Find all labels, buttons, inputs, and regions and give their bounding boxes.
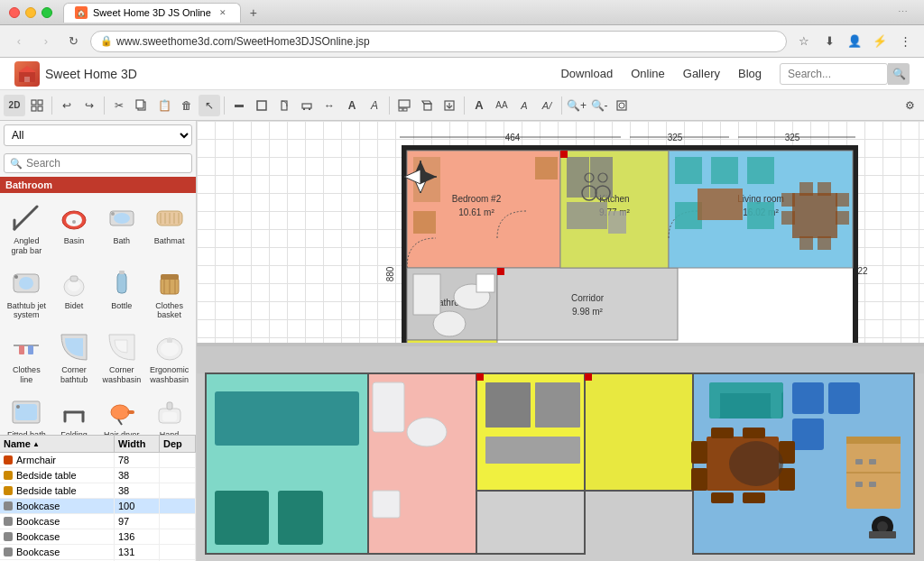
furniture-item[interactable]: Bathtub jet system (4, 262, 50, 325)
td-depth (160, 468, 196, 483)
font-size-small[interactable]: A (513, 95, 535, 116)
svg-rect-152 (691, 468, 707, 491)
toolbar-group-2: ↩ ↪ (56, 95, 100, 116)
table-row[interactable]: Bedside table 38 (0, 483, 196, 499)
minimize-button[interactable] (25, 7, 36, 18)
furniture-item[interactable]: Bidet (51, 262, 97, 325)
delete-button[interactable]: 🗑 (176, 95, 198, 116)
table-row[interactable]: Bedside table 38 (0, 468, 196, 483)
furniture-item[interactable]: Ergonomic washbasin (146, 326, 192, 389)
tab-title: Sweet Home 3D JS Online (93, 7, 211, 18)
fit-view[interactable] (611, 95, 633, 116)
paste-button[interactable]: 📋 (153, 95, 175, 116)
extensions-icon[interactable]: ⚡ (870, 32, 890, 51)
nav-link-download[interactable]: Download (560, 67, 613, 80)
tab-close-button[interactable]: ✕ (217, 6, 229, 19)
refresh-button[interactable]: ↻ (63, 32, 83, 51)
furniture-item[interactable]: Bath (99, 197, 145, 260)
cut-button[interactable]: ✂ (108, 95, 130, 116)
browser-tab[interactable]: 🏠 Sweet Home 3D JS Online ✕ (63, 3, 241, 23)
svg-point-166 (729, 441, 783, 486)
furniture-item[interactable]: Clothes line (4, 326, 50, 389)
category-select[interactable]: All Bathroom Bedroom Living room Kitchen (4, 124, 192, 146)
back-button[interactable]: ‹ (9, 32, 29, 51)
table-row[interactable]: Armchair 78 (0, 453, 196, 468)
download-icon[interactable]: ⬇ (819, 32, 839, 51)
maximize-button[interactable] (42, 7, 52, 18)
th-width-label: Width (118, 438, 145, 449)
profile-icon[interactable]: 👤 (845, 32, 864, 51)
svg-text:22: 22 (857, 266, 868, 276)
zoom-in[interactable]: 🔍+ (566, 95, 587, 116)
font-italic[interactable]: A/ (536, 95, 558, 116)
th-depth[interactable]: Dep (160, 436, 196, 452)
address-field[interactable]: 🔒 www.sweethome3d.com/SweetHome3DJSOnlin… (90, 31, 787, 52)
svg-point-31 (114, 213, 130, 224)
th-name[interactable]: Name ▲ (0, 436, 115, 452)
th-width[interactable]: Width (115, 436, 160, 452)
door-tool[interactable] (273, 95, 295, 116)
zoom-out[interactable]: 🔍- (588, 95, 610, 116)
bookmark-icon[interactable]: ☆ (794, 32, 814, 51)
nav-link-online[interactable]: Online (631, 67, 665, 80)
font-size-aa[interactable]: AA (491, 95, 513, 116)
nav-link-blog[interactable]: Blog (738, 67, 762, 80)
pointer-button[interactable]: ↖ (199, 95, 220, 116)
furniture-item[interactable]: Basin (51, 197, 97, 260)
furniture-item[interactable]: Bathmat (146, 197, 192, 260)
floorplan-2d[interactable]: 464 325 325 880 22 387 Bedroom #2 10.61 … (197, 121, 924, 346)
3d-view[interactable] (416, 95, 438, 116)
table-row[interactable]: Bookcase 136 (0, 529, 196, 545)
table-row[interactable]: Bookcase 131 (0, 545, 196, 560)
svg-rect-133 (497, 268, 504, 275)
plan-view[interactable] (393, 95, 415, 116)
table-row[interactable]: Bookcase 100 (0, 499, 196, 514)
furniture-item[interactable]: Corner washbasin (99, 326, 145, 389)
svg-rect-170 (373, 382, 404, 432)
svg-text:464: 464 (505, 133, 521, 143)
furniture-item[interactable]: Hair dryer (99, 391, 145, 435)
search-input-nav[interactable] (780, 63, 888, 85)
undo-button[interactable]: ↩ (56, 95, 78, 116)
search-input-sidebar[interactable] (26, 157, 186, 170)
forward-button[interactable]: › (36, 32, 56, 51)
security-icon: 🔒 (100, 35, 113, 47)
table-row[interactable]: Bookcase 97 (0, 514, 196, 529)
svg-rect-5 (32, 106, 36, 111)
wall-tool[interactable] (228, 95, 250, 116)
furniture-item[interactable]: Folding grab bar (51, 391, 97, 435)
new-tab-button[interactable]: + (245, 4, 263, 22)
svg-rect-157 (711, 492, 734, 503)
furniture-icon (152, 265, 188, 301)
label-tool[interactable]: A (364, 95, 385, 116)
furniture-item[interactable]: Corner bathtub (51, 326, 97, 389)
import-plan[interactable] (439, 95, 460, 116)
settings-button[interactable]: ⚙ (899, 95, 920, 116)
copy-button[interactable] (131, 95, 152, 116)
search-icon-sidebar: 🔍 (10, 158, 23, 170)
room-tool[interactable] (251, 95, 273, 116)
furniture-item[interactable]: Fitted bath (4, 391, 50, 435)
furniture-item[interactable]: Clothes basket (146, 262, 192, 325)
svg-rect-68 (162, 412, 177, 421)
furniture-item[interactable]: Bottle (99, 262, 145, 325)
dimension-tool[interactable]: ↔ (319, 95, 340, 116)
svg-rect-116 (781, 193, 795, 207)
text-tool[interactable]: A (341, 95, 363, 116)
font-size-large[interactable]: A (468, 95, 490, 116)
furniture-tool[interactable] (296, 95, 318, 116)
nav-link-gallery[interactable]: Gallery (683, 67, 720, 80)
close-button[interactable] (9, 7, 20, 18)
addressbar-right: ☆ ⬇ 👤 ⚡ ⋮ (794, 32, 915, 51)
menu-icon[interactable]: ⋮ (895, 32, 915, 51)
svg-point-124 (433, 311, 466, 336)
toolbar-2d-btn[interactable]: 2D (4, 95, 25, 116)
furniture-item[interactable]: Hand washbasin (146, 391, 192, 435)
furniture-item[interactable]: Angled grab bar (4, 197, 50, 260)
svg-point-43 (68, 280, 80, 291)
floorplan-3d[interactable] (197, 346, 924, 561)
redo-button[interactable]: ↪ (79, 95, 100, 116)
search-button-nav[interactable]: 🔍 (888, 63, 910, 85)
td-depth (160, 483, 196, 498)
toolbar-grid-btn[interactable] (26, 95, 48, 116)
